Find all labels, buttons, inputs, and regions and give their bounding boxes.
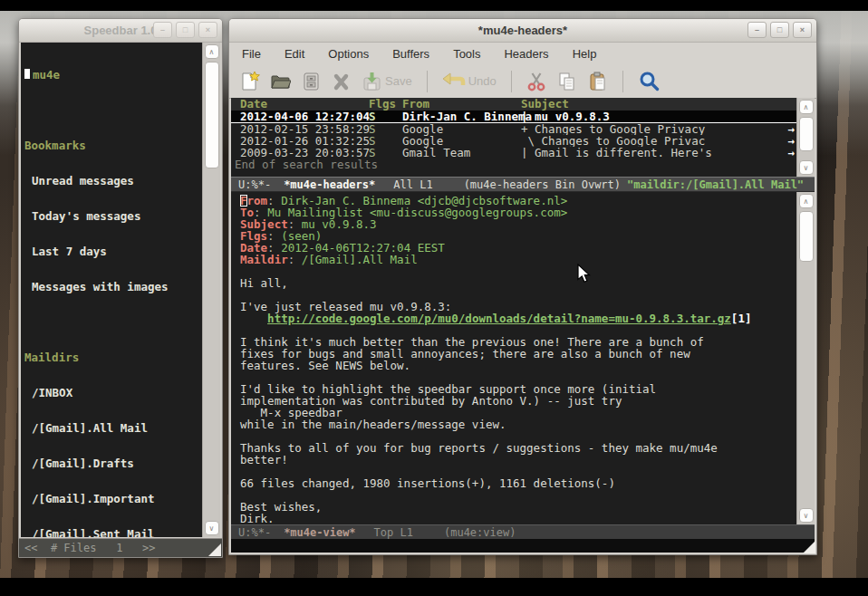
save-icon [362,71,382,92]
column-subject: Subject [521,98,796,111]
message-body-line: implementation was contributed by Antono… [240,395,796,407]
menu-edit[interactable]: Edit [285,47,304,61]
close-buffer-button[interactable] [332,71,352,92]
speedbar-item-unread-messages[interactable]: Unread messages [24,175,202,187]
modeline-status: U:%*- [238,178,271,191]
scroll-thumb[interactable] [205,62,219,168]
search-icon [638,70,661,92]
scroll-down-icon[interactable]: ∨ [799,160,814,175]
field-colon: : [288,253,302,266]
message-header-field: Subject: mu v0.9.8.3 [240,218,796,230]
modeline-modes: (mu4e-headers Bin Ovwrt) [464,178,621,191]
message-body-line: while in the main/headers/message view. [240,418,796,430]
row-from: Gmail Team [402,147,521,159]
modeline-mu4e-headers: U:%*-*mu4e-headers*All L1(mu4e-headers B… [231,177,815,192]
open-button[interactable] [270,71,291,92]
close-icon[interactable]: × [793,22,812,38]
menu-options[interactable]: Options [328,47,369,61]
speedbar-item-last-7-days[interactable]: Last 7 days [24,245,202,257]
end-of-search-results: End of search results [231,159,796,170]
speedbar-section-bookmarks[interactable]: Bookmarks [24,139,202,151]
scroll-up-icon[interactable]: ∧ [205,44,219,59]
speedbar-scrollbar[interactable]: ∧ ∨ [202,43,220,537]
message-body-line: http://code.google.com/p/mu0/downloads/d… [240,312,796,324]
scroll-up-icon[interactable]: ∧ [799,194,814,208]
message-body-line: Best wishes, [240,501,796,513]
scroll-thumb[interactable] [799,211,814,262]
menu-help[interactable]: Help [573,47,597,61]
speedbar-status-bar[interactable]: << # Files 1 >> [19,538,222,557]
emacs-main-window: *mu4e-headers* – □ × File Edit Options B… [228,18,817,555]
speedbar-item-drafts[interactable]: /[Gmail].Drafts [24,457,202,469]
column-from: From [402,98,521,111]
speedbar-section-maildirs[interactable]: Maildirs [24,351,202,363]
new-file-button[interactable] [240,71,260,92]
editor-area: Date Flgs From Subject 2012-04-06 12:27:… [231,98,815,553]
message-body-line: Thanks to all of you for bug reports / s… [240,442,796,454]
resize-grip[interactable] [803,541,815,553]
row-subject: | Gmail is different. Here's [521,147,782,159]
header-row[interactable]: 2012-04-06 12:27:04SDirk-Jan C. Binnema|… [231,111,796,123]
download-link[interactable]: http://code.google.com/p/mu0/downloads/d… [267,312,731,325]
speedbar-item-inbox[interactable]: /INBOX [24,387,202,399]
speedbar-root-mu4e[interactable]: mu4e [33,68,60,82]
message-body-line: better! [240,454,796,466]
message-body-line: Dirk. [240,513,796,524]
cut-button[interactable] [526,71,546,92]
save-label: Save [385,74,412,88]
paste-button[interactable] [587,71,608,92]
scroll-thumb[interactable] [799,117,814,151]
message-body-line [240,324,796,336]
speedbar-item-todays-messages[interactable]: Today's messages [24,210,202,222]
menu-tools[interactable]: Tools [453,47,480,61]
menu-buffers[interactable]: Buffers [392,47,429,61]
message-header-field: Maildir: /[Gmail].All Mail [240,254,796,265]
close-icon[interactable]: × [198,22,217,38]
field-label: Maildir [240,253,288,266]
speedbar-item-sent-mail[interactable]: /[Gmail].Sent Mail [24,528,202,537]
message-body-line [240,489,796,501]
view-scrollbar[interactable]: ∧ ∨ [796,192,815,524]
message-body-line: I'd like to highlight the speedbar suppo… [240,383,796,395]
truncation-arrow-icon: → [782,147,796,159]
menu-bar: File Edit Options Buffers Tools Headers … [229,43,816,64]
file-cabinet-button[interactable] [301,71,322,92]
modeline-status: U:%*- [238,526,271,539]
menu-file[interactable]: File [242,47,261,61]
speedbar-item-all-mail[interactable]: /[Gmail].All Mail [24,422,202,434]
resize-grip[interactable] [208,543,221,556]
row-subject: + Changes to Google Privacy [521,123,782,135]
scroll-down-icon[interactable]: ∨ [205,521,219,535]
link-footnote-ref: [1] [731,312,752,325]
row-from: Dirk-Jan C. Binnema [402,111,521,122]
minimize-icon[interactable]: – [747,22,767,38]
scroll-down-icon[interactable]: ∨ [799,508,814,523]
copy-button[interactable] [556,71,577,92]
menu-headers[interactable]: Headers [504,47,548,61]
headers-scrollbar[interactable]: ∧ ∨ [796,98,815,177]
toolbar-separator [427,71,428,92]
maximize-icon[interactable]: □ [770,22,789,38]
speedbar-titlebar[interactable]: Speedbar 1.0 – □ × [19,19,222,43]
modeline-buffer-name: *mu4e-view* [284,526,355,539]
undo-button[interactable]: Undo [442,71,497,92]
minibuffer-echo-area[interactable] [231,539,815,553]
speedbar-item-messages-with-images[interactable]: Messages with images [24,281,202,293]
modeline-modes: (mu4e:view) [444,526,516,539]
new-file-icon [240,71,260,92]
modeline-mu4e-view: U:%*-*mu4e-view*Top L1(mu4e:view) [231,524,815,540]
toolbar-separator [511,71,512,92]
message-body-line: fixes for bugs and small annoyances; the… [240,348,796,360]
speedbar-item-important[interactable]: /[Gmail].Important [24,493,202,505]
message-body-line [240,371,796,383]
column-flags: Flgs [369,98,402,111]
speedbar-content: mu4e Bookmarks Unread messages Today's m… [21,43,202,537]
save-button[interactable]: Save [362,71,412,92]
close-x-icon [332,71,352,92]
search-button[interactable] [638,70,661,92]
scroll-up-icon[interactable]: ∧ [799,100,814,114]
minimize-icon[interactable]: – [153,22,172,38]
main-titlebar[interactable]: *mu4e-headers* – □ × [229,19,816,43]
message-body-line [240,430,796,442]
maximize-icon[interactable]: □ [176,22,195,38]
